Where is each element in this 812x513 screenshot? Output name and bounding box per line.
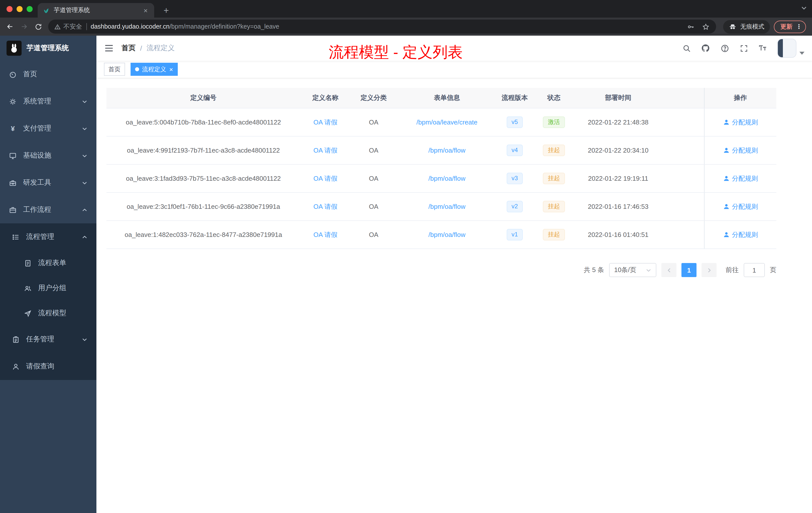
col-definition-name: 定义名称 <box>300 88 350 108</box>
col-status: 状态 <box>532 88 576 108</box>
page-number-button[interactable]: 1 <box>682 263 696 277</box>
breadcrumb-home[interactable]: 首页 <box>121 44 136 53</box>
clipboard-icon <box>12 336 20 343</box>
chevron-left-icon <box>666 267 672 273</box>
new-tab-button[interactable]: + <box>160 4 173 17</box>
tag-close-icon[interactable]: × <box>169 66 173 72</box>
tag-home[interactable]: 首页 <box>104 63 125 76</box>
avatar-image <box>777 39 796 58</box>
status-badge: 挂起 <box>543 201 565 212</box>
table-header-row: 定义编号 定义名称 定义分类 表单信息 流程版本 状态 部署时间 操作 <box>107 88 776 109</box>
yen-icon: ¥ <box>9 125 17 132</box>
chevron-up-icon <box>82 207 87 213</box>
paper-plane-icon <box>24 309 32 317</box>
col-form-info: 表单信息 <box>397 88 497 108</box>
prev-page-button[interactable] <box>661 263 676 277</box>
version-badge: v1 <box>506 229 523 240</box>
form-link[interactable]: /bpm/oa/flow <box>428 203 465 210</box>
sidebar-item-process-form[interactable]: 流程表单 <box>0 250 96 276</box>
logo-avatar <box>6 41 22 56</box>
browser-toolbar: 不安全 dashboard.yudao.iocoder.cn /bpm/mana… <box>0 18 812 36</box>
sidebar-item-task-management[interactable]: 任务管理 <box>0 326 96 353</box>
back-button[interactable] <box>3 20 17 34</box>
goto-page-input[interactable] <box>744 263 765 277</box>
col-definition-category: 定义分类 <box>350 88 397 108</box>
password-key-icon[interactable] <box>686 22 695 31</box>
sidebar-item-workflow[interactable]: 工作流程 <box>0 196 96 223</box>
person-icon <box>723 175 729 182</box>
next-page-button[interactable] <box>701 263 717 277</box>
definition-id: oa_leave:4:991f2193-7b7f-11ec-a3c8-acde4… <box>107 137 300 164</box>
update-chrome-button[interactable]: 更新 ⋮ <box>774 20 806 33</box>
fullscreen-icon[interactable] <box>739 44 748 53</box>
deploy-time: 2022-01-16 17:46:53 <box>576 193 661 220</box>
definition-category: OA <box>350 109 397 136</box>
security-status: 不安全 <box>54 22 82 31</box>
header-actions <box>682 39 805 58</box>
sidebar-logo[interactable]: 芋道管理系统 <box>0 36 96 61</box>
assign-rule-button[interactable]: 分配规则 <box>723 174 758 183</box>
url-divider <box>86 23 87 30</box>
warning-icon <box>54 23 61 30</box>
briefcase-icon <box>9 206 17 214</box>
deploy-time: 2022-01-22 20:34:10 <box>576 137 661 164</box>
toolbox-icon <box>9 179 17 186</box>
active-dot <box>135 67 139 71</box>
tag-process-definition[interactable]: 流程定义 × <box>130 63 177 76</box>
bookmark-star-icon[interactable] <box>701 22 710 31</box>
list-icon <box>12 233 20 241</box>
definition-name-link[interactable]: OA 请假 <box>313 230 337 239</box>
definition-name-link[interactable]: OA 请假 <box>313 146 337 155</box>
sidebar-item-home[interactable]: 首页 <box>0 61 96 88</box>
person-icon <box>723 119 729 125</box>
definition-name-link[interactable]: OA 请假 <box>313 202 337 211</box>
font-size-icon[interactable] <box>758 44 767 53</box>
assign-rule-button[interactable]: 分配规则 <box>723 118 758 127</box>
sidebar-item-payment[interactable]: ¥ 支付管理 <box>0 115 96 142</box>
form-link[interactable]: /bpm/oa/flow <box>428 231 465 238</box>
form-link[interactable]: /bpm/oa/flow <box>428 175 465 182</box>
browser-menu-icon[interactable]: ⋮ <box>796 24 802 30</box>
github-icon[interactable] <box>701 44 710 53</box>
sidebar-item-process-management[interactable]: 流程管理 <box>0 223 96 250</box>
sidebar-item-infrastructure[interactable]: 基础设施 <box>0 142 96 169</box>
forward-button[interactable] <box>17 20 31 34</box>
status-badge: 挂起 <box>543 229 565 240</box>
page-content: 定义编号 定义名称 定义分类 表单信息 流程版本 状态 部署时间 操作 oa_l… <box>96 78 812 513</box>
assign-rule-button[interactable]: 分配规则 <box>723 230 758 239</box>
reload-button[interactable] <box>31 20 45 34</box>
form-link[interactable]: /bpm/oa/flow <box>428 147 465 154</box>
col-definition-id: 定义编号 <box>107 88 300 108</box>
user-avatar[interactable] <box>777 39 805 58</box>
tab-search-chevron-icon[interactable] <box>801 4 807 13</box>
sidebar-item-user-group[interactable]: 用户分组 <box>0 276 96 301</box>
browser-tab[interactable]: 芋道管理系统 × <box>38 3 154 18</box>
sidebar-item-system[interactable]: 系统管理 <box>0 88 96 115</box>
definition-id: oa_leave:5:004b710b-7b8a-11ec-8ef0-acde4… <box>107 109 300 136</box>
page-size-select[interactable]: 10条/页 <box>609 263 656 277</box>
sidebar-item-devtools[interactable]: 研发工具 <box>0 169 96 196</box>
close-window-button[interactable] <box>6 6 12 12</box>
definition-name-link[interactable]: OA 请假 <box>313 118 337 127</box>
version-badge: v3 <box>506 173 523 184</box>
form-link[interactable]: /bpm/oa/leave/create <box>416 118 477 126</box>
assign-rule-button[interactable]: 分配规则 <box>723 146 758 155</box>
hamburger-icon[interactable] <box>104 43 114 53</box>
chevron-down-icon <box>82 337 87 342</box>
sidebar-item-leave-query[interactable]: 请假查询 <box>0 353 96 380</box>
person-icon <box>723 147 729 154</box>
workflow-submenu: 流程管理 流程表单 用户分组 <box>0 223 96 380</box>
minimize-window-button[interactable] <box>17 6 23 12</box>
definition-name-link[interactable]: OA 请假 <box>313 174 337 183</box>
search-icon[interactable] <box>682 44 691 53</box>
url-bar[interactable]: 不安全 dashboard.yudao.iocoder.cn /bpm/mana… <box>48 20 716 34</box>
help-icon[interactable] <box>720 44 729 53</box>
assign-rule-button[interactable]: 分配规则 <box>723 202 758 211</box>
definition-category: OA <box>350 221 397 248</box>
form-icon <box>24 259 32 267</box>
col-process-version: 流程版本 <box>497 88 532 108</box>
monitor-icon <box>9 152 17 159</box>
sidebar-item-process-model[interactable]: 流程模型 <box>0 301 96 326</box>
zoom-window-button[interactable] <box>27 6 33 12</box>
tab-close-icon[interactable]: × <box>142 6 150 14</box>
